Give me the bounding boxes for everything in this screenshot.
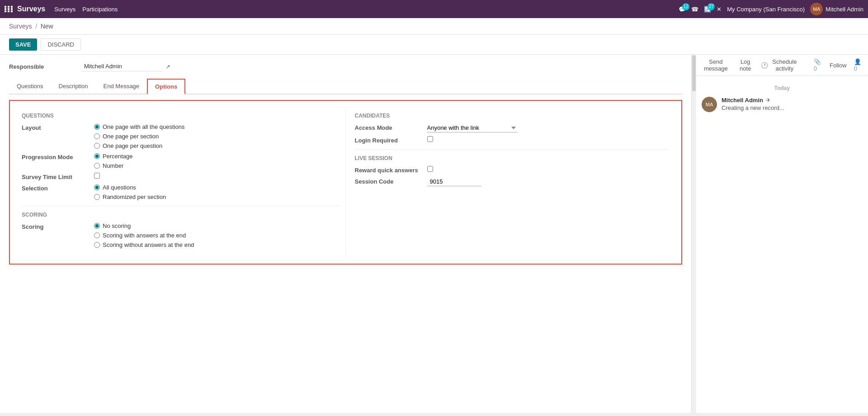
save-button[interactable]: SAVE (9, 38, 37, 51)
svg-rect-2 (11, 6, 13, 8)
progression-controls: Percentage Number (94, 153, 133, 169)
tab-end-message[interactable]: End Message (96, 79, 147, 95)
layout-label: Layout (22, 123, 94, 131)
scoring-label-3: Scoring without answers at the end (103, 241, 194, 248)
scoring-no-answers[interactable]: Scoring without answers at the end (94, 241, 194, 248)
nav-menu: Surveys Participations (54, 6, 118, 13)
session-code-input[interactable] (427, 177, 481, 186)
scrollbar-thumb[interactable] (692, 55, 696, 91)
layout-option-2[interactable]: One page per section (94, 133, 184, 140)
app-title: Surveys (17, 5, 45, 13)
selection-radio-2[interactable] (94, 194, 100, 200)
scoring-label: Scoring (22, 222, 94, 230)
reward-checkbox[interactable] (427, 166, 433, 172)
scoring-end[interactable]: Scoring with answers at the end (94, 232, 194, 239)
layout-field: Layout One page with all the questions O… (22, 123, 341, 149)
send-message-button[interactable]: Send message (702, 58, 730, 72)
svg-rect-0 (5, 6, 6, 8)
responsible-value: Mitchell Admin ↗ (81, 61, 170, 71)
scoring-section-title: Scoring (22, 212, 341, 218)
login-required-label: Login Required (355, 136, 427, 144)
scoring-radio-2[interactable] (94, 232, 100, 238)
login-required-controls (427, 136, 433, 142)
scoring-label-2: Scoring with answers at the end (103, 232, 186, 239)
progression-percentage[interactable]: Percentage (94, 153, 133, 160)
breadcrumb-sep: / (35, 23, 37, 30)
layout-option-3[interactable]: One page per question (94, 142, 184, 149)
svg-rect-7 (8, 10, 9, 12)
phone-icon[interactable]: ☎ (691, 6, 698, 13)
scoring-radio-1[interactable] (94, 223, 100, 229)
session-code-label: Session Code (355, 177, 427, 185)
progression-radio-1[interactable] (94, 153, 100, 159)
layout-option-1[interactable]: One page with all the questions (94, 123, 184, 130)
reward-label: Reward quick answers (355, 166, 427, 174)
schedule-activity-button[interactable]: 🕐 Schedule activity (761, 58, 799, 72)
time-limit-checkbox[interactable] (94, 173, 100, 179)
nav-participations[interactable]: Participations (82, 6, 118, 13)
paperclip-count: 📎 0 (814, 58, 822, 72)
close-icon[interactable]: ✕ (717, 6, 722, 13)
time-limit-field: Survey Time Limit (22, 173, 341, 180)
log-note-button[interactable]: Log note (737, 58, 754, 72)
plane-icon: ✈ (766, 97, 771, 104)
message-avatar: MA (702, 97, 717, 112)
chat-icon[interactable]: 💬 12 (679, 6, 686, 13)
tabs-bar: Questions Description End Message Option… (9, 79, 682, 95)
access-mode-label: Access Mode (355, 123, 427, 131)
responsible-select[interactable]: Mitchell Admin (81, 61, 163, 71)
layout-radio-1[interactable] (94, 124, 100, 130)
selection-field: Selection All questions Randomized per s… (22, 184, 341, 200)
chat-badge: 12 (682, 3, 689, 10)
questions-section-title: Questions (22, 113, 341, 119)
refresh-icon[interactable]: 🔄 27 (704, 6, 711, 13)
external-link-icon[interactable]: ↗ (165, 63, 170, 70)
layout-label-1: One page with all the questions (103, 123, 184, 130)
options-right: Candidates Access Mode Anyone with the l… (346, 108, 675, 256)
svg-rect-3 (5, 8, 6, 10)
discard-button[interactable]: DISCARD (41, 38, 81, 51)
breadcrumb-current: New (41, 23, 53, 30)
layout-radio-2[interactable] (94, 133, 100, 139)
selection-label-1: All questions (103, 184, 136, 191)
selection-radio-1[interactable] (94, 184, 100, 190)
layout-radio-3[interactable] (94, 143, 100, 149)
svg-rect-8 (11, 10, 13, 12)
access-mode-select[interactable]: Anyone with the link Invited people only… (427, 123, 518, 132)
tab-questions[interactable]: Questions (9, 79, 51, 95)
followers-count: 👤 0 (854, 58, 863, 72)
nav-surveys[interactable]: Surveys (54, 6, 75, 13)
progression-field: Progression Mode Percentage Number (22, 153, 341, 169)
selection-randomized[interactable]: Randomized per section (94, 194, 166, 200)
navbar-right: 💬 12 ☎ 🔄 27 ✕ My Company (San Francisco)… (679, 3, 863, 15)
follow-button[interactable]: Follow (830, 62, 847, 69)
user-name: Mitchell Admin (826, 6, 863, 13)
scoring-field: Scoring No scoring Scoring with answers … (22, 222, 341, 248)
scrollbar[interactable] (692, 55, 696, 413)
time-limit-label: Survey Time Limit (22, 173, 94, 180)
company-name: My Company (San Francisco) (727, 6, 805, 13)
scoring-none[interactable]: No scoring (94, 222, 194, 229)
tab-options[interactable]: Options (147, 79, 185, 95)
selection-label-2: Randomized per section (103, 194, 166, 200)
chatter-panel: Send message Log note 🕐 Schedule activit… (696, 55, 868, 413)
time-limit-controls (94, 173, 100, 179)
main-layout: Responsible Mitchell Admin ↗ Questions D… (0, 55, 868, 413)
login-required-checkbox[interactable] (427, 136, 433, 142)
scoring-controls: No scoring Scoring with answers at the e… (94, 222, 194, 248)
progression-label: Progression Mode (22, 153, 94, 161)
progression-radio-2[interactable] (94, 163, 100, 169)
tab-description[interactable]: Description (51, 79, 96, 95)
scoring-label-1: No scoring (103, 222, 131, 229)
message-text: Creating a new record... (722, 104, 863, 111)
breadcrumb-parent[interactable]: Surveys (9, 23, 32, 30)
scoring-radio-3[interactable] (94, 242, 100, 248)
session-code-controls (427, 177, 481, 186)
apps-menu[interactable] (5, 6, 13, 12)
responsible-field: Responsible Mitchell Admin ↗ (9, 61, 682, 71)
progression-number[interactable]: Number (94, 162, 133, 169)
options-grid: Questions Layout One page with all the q… (17, 108, 674, 256)
svg-rect-4 (8, 8, 9, 10)
selection-all[interactable]: All questions (94, 184, 166, 191)
selection-controls: All questions Randomized per section (94, 184, 166, 200)
